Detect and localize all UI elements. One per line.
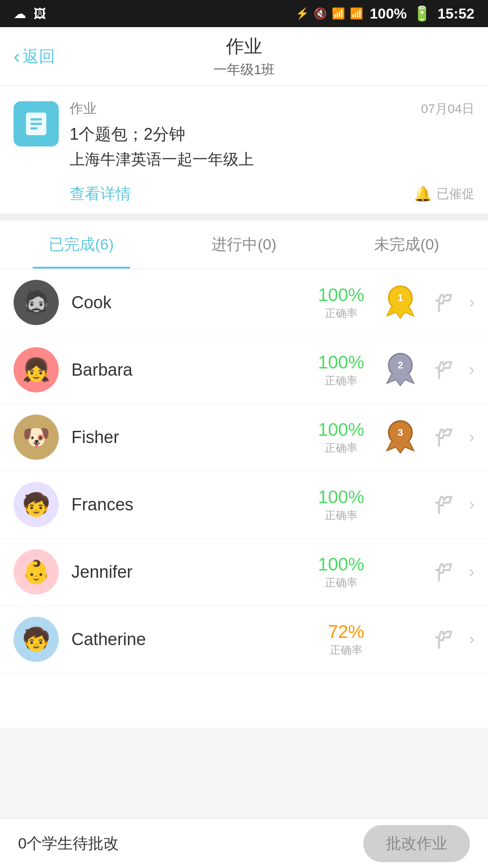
battery-percentage: 100% — [370, 5, 407, 22]
signal-icon: 📶 — [350, 7, 363, 20]
remind-label: 已催促 — [436, 185, 474, 203]
avatar: 🧒 — [14, 482, 59, 527]
homework-footer: 查看详情 🔔 已催促 — [70, 179, 474, 204]
svg-text:2: 2 — [398, 359, 403, 371]
grade-button[interactable]: 批改作业 — [363, 825, 470, 862]
gold-medal-icon: 1 — [382, 284, 418, 321]
svg-text:3: 3 — [398, 427, 403, 438]
table-row[interactable]: 🧒 Catherine 72% 正确率 › — [0, 606, 488, 673]
status-left-icons: ☁ 🖼 — [14, 6, 46, 21]
avatar: 🧔 — [14, 280, 59, 325]
student-name: Fisher — [71, 428, 318, 447]
no-medal-placeholder — [382, 486, 418, 523]
student-name: Jennifer — [71, 562, 318, 582]
table-row[interactable]: 🧒 Frances 100% 正确率 › — [0, 471, 488, 538]
score-label: 正确率 — [325, 373, 357, 388]
homework-info: 作业 07月04日 1个题包；2分钟 上海牛津英语一起一年级上 查看详情 🔔 已… — [70, 99, 474, 204]
tab-incomplete[interactable]: 未完成(0) — [325, 221, 488, 269]
homework-label: 作业 — [70, 99, 97, 118]
tab-bar: 已完成(6) 进行中(0) 未完成(0) — [0, 221, 488, 269]
score-block: 100% 正确率 — [318, 554, 364, 590]
score-label: 正确率 — [330, 643, 362, 657]
score-label: 正确率 — [325, 441, 357, 455]
score-block: 100% 正确率 — [318, 352, 364, 388]
silver-medal-icon: 2 — [382, 352, 418, 388]
avatar: 👧 — [14, 347, 59, 392]
back-label: 返回 — [23, 45, 55, 67]
chevron-right-icon: › — [469, 293, 474, 312]
view-detail-link[interactable]: 查看详情 — [70, 184, 131, 204]
document-icon — [23, 110, 50, 137]
homework-icon — [14, 101, 59, 146]
like-button[interactable] — [427, 556, 460, 588]
student-score: 100% — [318, 420, 364, 440]
homework-card: 作业 07月04日 1个题包；2分钟 上海牛津英语一起一年级上 查看详情 🔔 已… — [0, 86, 488, 213]
like-button[interactable] — [427, 623, 460, 656]
table-row[interactable]: 🧔 Cook 100% 正确率 1 › — [0, 269, 488, 336]
homework-desc1: 1个题包；2分钟 — [70, 123, 474, 146]
student-name: Frances — [71, 495, 318, 514]
like-button[interactable] — [427, 488, 460, 521]
homework-desc2: 上海牛津英语一起一年级上 — [70, 149, 474, 170]
status-bar: ☁ 🖼 ⚡ 🔇 📶 📶 100% 🔋 15:52 — [0, 0, 488, 27]
like-button[interactable] — [427, 354, 460, 386]
empty-area — [0, 728, 488, 818]
remind-section: 🔔 已催促 — [414, 185, 474, 203]
score-block: 72% 正确率 — [328, 622, 364, 657]
table-row[interactable]: 👶 Jennifer 100% 正确率 › — [0, 538, 488, 606]
page-title: 作业 — [226, 34, 262, 59]
tab-completed[interactable]: 已完成(6) — [0, 221, 163, 269]
homework-date: 07月04日 — [421, 100, 474, 118]
student-name: Catherine — [71, 630, 328, 649]
no-medal-placeholder — [382, 621, 418, 657]
nav-header: ‹ 返回 作业 一年级1班 — [0, 27, 488, 86]
score-label: 正确率 — [325, 508, 357, 523]
image-icon: 🖼 — [33, 6, 46, 21]
svg-text:1: 1 — [398, 292, 403, 303]
cloud-icon: ☁ — [14, 6, 26, 21]
student-score: 72% — [328, 622, 364, 642]
battery-icon: 🔋 — [413, 5, 431, 22]
table-row[interactable]: 👧 Barbara 100% 正确率 2 › — [0, 336, 488, 404]
avatar: 👶 — [14, 549, 59, 594]
tab-ongoing[interactable]: 进行中(0) — [163, 221, 325, 269]
avatar: 🧒 — [14, 617, 59, 662]
time-display: 15:52 — [437, 5, 474, 22]
back-button[interactable]: ‹ 返回 — [14, 45, 55, 67]
wifi-icon: 📶 — [332, 7, 345, 20]
chevron-right-icon: › — [469, 428, 474, 447]
like-button[interactable] — [427, 421, 460, 453]
chevron-right-icon: › — [469, 495, 474, 514]
table-row[interactable]: 🐶 Fisher 100% 正确率 3 › — [0, 404, 488, 471]
score-block: 100% 正确率 — [318, 285, 364, 321]
student-score: 100% — [318, 352, 364, 373]
mute-icon: 🔇 — [314, 7, 327, 20]
bottom-bar: 0个学生待批改 批改作业 — [0, 818, 488, 868]
status-connectivity: ⚡ 🔇 📶 📶 — [296, 7, 363, 20]
pending-text: 0个学生待批改 — [18, 833, 119, 854]
student-score: 100% — [318, 487, 364, 507]
student-list: 🧔 Cook 100% 正确率 1 › 👧 Barbara 100% 正确率 — [0, 269, 488, 728]
no-medal-placeholder — [382, 554, 418, 590]
bluetooth-icon: ⚡ — [296, 7, 309, 20]
chevron-right-icon: › — [469, 562, 474, 581]
score-block: 100% 正确率 — [318, 420, 364, 455]
student-name: Cook — [71, 293, 318, 312]
chevron-right-icon: › — [469, 630, 474, 649]
student-name: Barbara — [71, 360, 318, 380]
student-score: 100% — [318, 285, 364, 305]
back-arrow-icon: ‹ — [14, 46, 20, 67]
bell-icon: 🔔 — [414, 185, 432, 203]
bronze-medal-icon: 3 — [382, 419, 418, 455]
status-right-info: ⚡ 🔇 📶 📶 100% 🔋 15:52 — [296, 5, 474, 22]
score-block: 100% 正确率 — [318, 487, 364, 523]
score-label: 正确率 — [325, 306, 357, 321]
avatar: 🐶 — [14, 415, 59, 460]
page-subtitle: 一年级1班 — [213, 61, 275, 79]
chevron-right-icon: › — [469, 360, 474, 379]
section-divider — [0, 213, 488, 221]
student-score: 100% — [318, 554, 364, 575]
score-label: 正确率 — [325, 576, 357, 590]
like-button[interactable] — [427, 286, 460, 319]
homework-top-row: 作业 07月04日 — [70, 99, 474, 118]
